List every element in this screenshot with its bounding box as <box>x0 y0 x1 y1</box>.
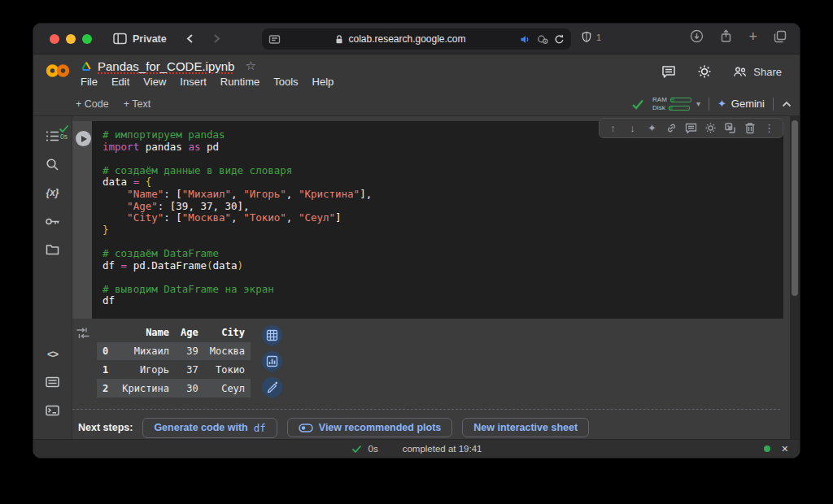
menu-help[interactable]: Help <box>312 76 334 88</box>
menu-file[interactable]: File <box>81 76 98 88</box>
menu-runtime[interactable]: Runtime <box>220 76 259 88</box>
delete-cell-icon[interactable] <box>743 121 757 135</box>
table-cell: Токио <box>204 360 251 379</box>
table-row: 0Михаил39Москва <box>97 342 251 361</box>
terminal-icon[interactable] <box>45 402 61 419</box>
share-page-icon[interactable] <box>720 29 732 43</box>
forward-icon[interactable] <box>211 33 222 45</box>
search-icon[interactable] <box>45 156 61 172</box>
cell-execution-status: 0s <box>59 124 69 141</box>
column-header: Age <box>175 324 204 342</box>
notebook-content: 0s ↑ ↓ ✦ <box>72 116 790 439</box>
table-cell: 39 <box>175 342 204 361</box>
mirror-cell-icon[interactable] <box>723 121 737 135</box>
interactive-table-button[interactable] <box>262 325 282 345</box>
code-line: # создаём данные в виде словаря <box>102 165 777 177</box>
chevron-down-icon: ▾ <box>696 99 700 108</box>
editor-settings-icon[interactable] <box>704 121 717 135</box>
column-header: Name <box>116 324 175 342</box>
address-bar[interactable]: colab.research.google.com <box>262 28 571 50</box>
scrollbar-track <box>790 116 800 439</box>
close-window-button[interactable] <box>50 34 59 44</box>
lock-icon <box>334 34 344 45</box>
tab-overview-icon[interactable] <box>774 30 787 43</box>
code-editor[interactable]: # импортируем pandasimport pandas as pd … <box>92 121 783 319</box>
table-header-row: NameAgeCity <box>97 324 251 342</box>
run-cell-button[interactable] <box>76 131 91 146</box>
secrets-key-icon[interactable] <box>45 213 61 229</box>
next-steps-bar: Next steps: Generate code withdf View re… <box>78 418 783 438</box>
next-steps-interactive-sheet-button[interactable]: New interactive sheet <box>462 418 589 437</box>
move-cell-up-icon[interactable]: ↑ <box>606 121 620 135</box>
gemini-spark-icon[interactable]: ✦ <box>645 121 659 135</box>
menu-bar: File Edit View Insert Runtime Tools Help <box>81 76 334 88</box>
output-window-icon[interactable] <box>76 324 95 398</box>
eye-toggle-icon <box>299 423 313 433</box>
collapse-toolbar-icon[interactable] <box>782 101 792 107</box>
table-cell: Михаил <box>116 342 175 361</box>
grid-icon <box>266 329 278 341</box>
resources-button[interactable]: RAM Disk ▾ <box>652 96 700 111</box>
menu-edit[interactable]: Edit <box>111 76 129 88</box>
add-code-button[interactable]: + Code <box>76 98 109 110</box>
star-icon[interactable]: ☆ <box>245 59 255 73</box>
notebook-toolbar: + Code + Text RAM Disk ▾ ✦ Gemini <box>33 92 800 116</box>
notebook-title[interactable]: Pandas_for_CODE.ipynb <box>98 59 234 73</box>
runtime-ok-icon <box>631 98 644 110</box>
code-snippets-icon[interactable]: <> <box>45 345 61 362</box>
audio-playing-icon[interactable] <box>520 34 531 45</box>
people-icon <box>733 66 748 78</box>
code-line: df <box>102 295 777 307</box>
back-icon[interactable] <box>185 33 196 45</box>
downloads-icon[interactable] <box>690 29 704 43</box>
code-line: df = pd.DataFrame(data) <box>102 260 777 272</box>
page-format-icon[interactable] <box>268 34 281 45</box>
next-steps-generate-code-button[interactable]: Generate code withdf <box>142 418 277 438</box>
add-comment-icon[interactable] <box>684 121 698 135</box>
menu-insert[interactable]: Insert <box>180 76 207 88</box>
notebook-main: {x} <> 0s ↑ ↓ <box>33 116 800 439</box>
zoom-window-button[interactable] <box>82 34 92 44</box>
more-actions-icon[interactable]: ⋮ <box>762 121 776 135</box>
menu-view[interactable]: View <box>143 76 166 88</box>
bar-chart-icon <box>266 355 278 367</box>
menu-tools[interactable]: Tools <box>273 76 298 88</box>
code-line <box>102 272 777 284</box>
connected-dot-icon <box>764 445 770 452</box>
minimize-window-button[interactable] <box>66 34 76 44</box>
settings-gear-icon[interactable] <box>697 64 712 79</box>
move-cell-down-icon[interactable]: ↓ <box>626 121 639 135</box>
gemini-spark-icon: ✦ <box>717 98 726 110</box>
privacy-shield-icon[interactable] <box>581 31 592 43</box>
disk-label: Disk <box>652 104 665 111</box>
new-tab-icon[interactable]: + <box>748 31 757 42</box>
share-button[interactable]: Share <box>733 66 782 78</box>
code-line: "Age": [39, 37, 30], <box>102 201 777 213</box>
reload-icon[interactable] <box>554 34 565 45</box>
table-cell: 37 <box>175 360 204 379</box>
page-settings-icon[interactable] <box>537 34 548 45</box>
colab-logo[interactable] <box>45 63 71 92</box>
gemini-button[interactable]: ✦ Gemini <box>717 98 765 110</box>
magic-pen-icon <box>266 380 279 393</box>
generate-code-button[interactable] <box>262 377 282 398</box>
browser-toolbar: Private colab.research.google.com <box>33 24 800 54</box>
column-header: City <box>204 324 251 342</box>
files-folder-icon[interactable] <box>45 241 61 258</box>
comments-icon[interactable] <box>661 65 676 79</box>
link-to-cell-icon[interactable] <box>665 121 678 135</box>
recommended-plots-button[interactable] <box>262 351 282 371</box>
cell-separator <box>72 409 780 410</box>
variables-icon[interactable]: {x} <box>45 185 61 201</box>
command-palette-icon[interactable] <box>45 374 61 390</box>
output-actions <box>262 324 282 398</box>
add-text-button[interactable]: + Text <box>124 98 150 110</box>
left-rail: {x} <> <box>33 116 72 439</box>
private-label: Private <box>133 33 167 45</box>
close-status-icon[interactable]: × <box>782 443 788 454</box>
table-cell: Сеул <box>204 379 251 398</box>
next-steps-view-plots-button[interactable]: View recommended plots <box>287 418 453 437</box>
scrollbar-thumb[interactable] <box>792 120 798 296</box>
check-icon <box>351 445 362 453</box>
sidebar-toggle-icon[interactable] <box>113 33 127 45</box>
